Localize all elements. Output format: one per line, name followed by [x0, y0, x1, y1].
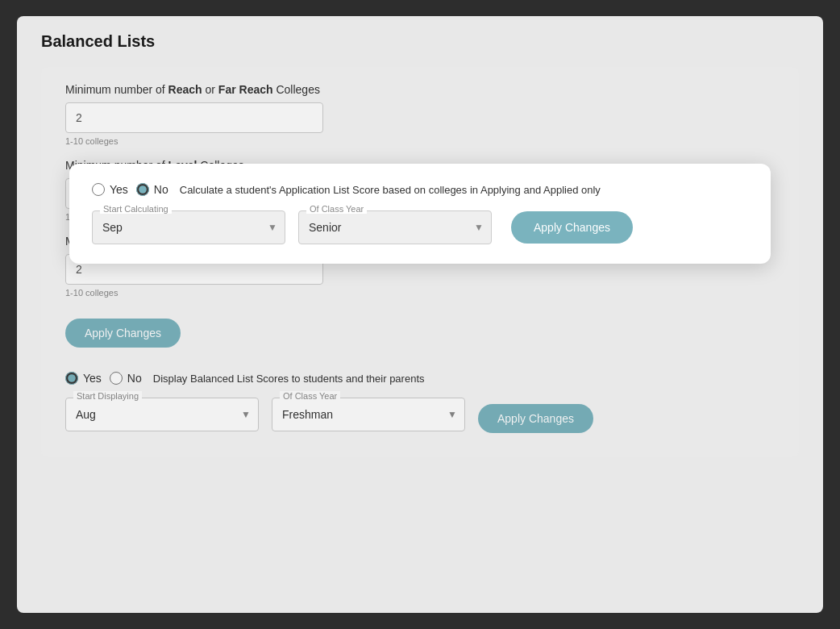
modal-start-wrapper: JanFebMarApr MayJunJulAug SepOctNovDec ▼: [92, 210, 285, 244]
modal-class-wrapper: Freshman Sophomore Junior Senior ▼: [298, 210, 492, 244]
modal-start-calculating-group: Start Calculating JanFebMarApr MayJunJul…: [92, 210, 285, 244]
modal-card: Yes No Calculate a student's Application…: [69, 164, 771, 264]
modal-class-year-group: Of Class Year Freshman Sophomore Junior …: [298, 210, 492, 244]
page-header: Balanced Lists: [17, 16, 823, 59]
modal-class-select[interactable]: Freshman Sophomore Junior Senior: [298, 210, 492, 244]
modal-yes-radio-group[interactable]: Yes: [92, 183, 128, 196]
modal-yes-radio[interactable]: [92, 183, 105, 196]
modal-no-radio[interactable]: [136, 183, 149, 196]
modal-selects-row: Start Calculating JanFebMarApr MayJunJul…: [92, 210, 748, 244]
page-title: Balanced Lists: [41, 32, 799, 51]
modal-start-select[interactable]: JanFebMarApr MayJunJulAug SepOctNovDec: [92, 210, 285, 244]
modal-overlay: Yes No Calculate a student's Application…: [17, 59, 823, 465]
modal-no-label: No: [154, 183, 168, 196]
modal-start-legend: Start Calculating: [100, 204, 172, 214]
content-area: Minimum number of Reach or Far Reach Col…: [17, 59, 823, 465]
modal-no-radio-group[interactable]: No: [136, 183, 168, 196]
modal-yes-label: Yes: [110, 183, 128, 196]
modal-class-legend: Of Class Year: [306, 204, 367, 214]
modal-apply-changes-button[interactable]: Apply Changes: [511, 211, 633, 244]
modal-description: Calculate a student's Application List S…: [180, 184, 601, 196]
main-container: Balanced Lists Minimum number of Reach o…: [17, 16, 823, 613]
modal-radio-row: Yes No Calculate a student's Application…: [92, 183, 748, 196]
